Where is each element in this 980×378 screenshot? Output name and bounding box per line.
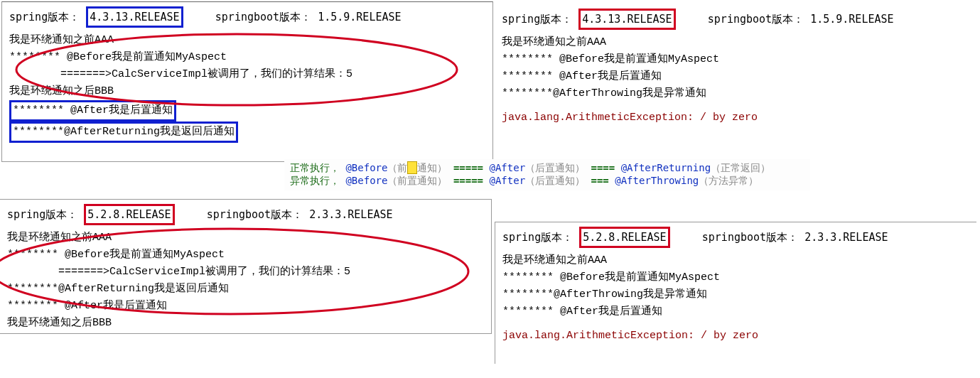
text-cursor-icon — [407, 161, 417, 174]
spring-label: spring版本： — [502, 13, 572, 26]
anno-before: @Before — [345, 162, 387, 173]
panel-spring4-exception: spring版本： 4.3.13.RELEASE springboot版本： 1… — [495, 4, 976, 145]
springboot-version: 2.3.3.RELEASE — [309, 208, 392, 221]
log-line: ********@AfterThrowing我是异常通知 — [502, 286, 969, 303]
header: spring版本： 5.2.8.RELEASE springboot版本： 2.… — [502, 227, 969, 248]
header: spring版本： 5.2.8.RELEASE springboot版本： 2.… — [7, 204, 484, 225]
spring-version: 4.3.13.RELEASE — [86, 6, 183, 28]
log-line: 我是环绕通知之前AAA — [7, 230, 484, 247]
springboot-label: springboot版本： — [708, 13, 804, 26]
log-line: ******** @After我是后置通知 — [502, 303, 969, 320]
panel-spring5-normal: spring版本： 5.2.8.RELEASE springboot版本： 2.… — [0, 199, 492, 334]
log-line: ******** @Before我是前置通知MyAspect — [502, 269, 969, 286]
summary-legend: 正常执行， @Before（前通知） ===== @After（后置通知） ==… — [284, 159, 810, 190]
header: spring版本： 4.3.13.RELEASE springboot版本： 1… — [9, 6, 485, 28]
log-line: 我是环绕通知之前AAA — [9, 32, 485, 49]
arrow: === — [591, 175, 609, 186]
springboot-version: 1.5.9.RELEASE — [318, 11, 401, 23]
arrow: ===== — [453, 175, 483, 186]
summary-normal: 正常执行， @Before（前通知） ===== @After（后置通知） ==… — [290, 162, 804, 175]
arrow: ===== — [453, 162, 483, 173]
log-line: ******** @Before我是前置通知MyAspect — [502, 51, 969, 68]
log-line: =======>CalcServiceImpl被调用了，我们的计算结果：5 — [7, 264, 484, 281]
log-line: ******** @After我是后置通知 — [9, 100, 485, 122]
log-line: ********@AfterReturning我是返回后通知 — [9, 122, 485, 143]
exception-line: java.lang.ArithmeticException: / by zero — [502, 328, 969, 345]
after-line: ******** @After我是后置通知 — [9, 100, 176, 122]
panel-spring5-exception: spring版本： 5.2.8.RELEASE springboot版本： 2.… — [495, 222, 976, 364]
anno-after: @After — [489, 175, 525, 186]
header: spring版本： 4.3.13.RELEASE springboot版本： 1… — [502, 9, 969, 30]
summary-label: 正常执行， — [290, 162, 340, 173]
panel-spring4-normal: spring版本： 4.3.13.RELEASE springboot版本： 1… — [1, 1, 493, 162]
arrow: ==== — [591, 162, 615, 173]
log-line: ********@AfterReturning我是返回后通知 — [7, 281, 484, 298]
summary-label: 异常执行， — [290, 175, 340, 186]
log-line: ******** @After我是后置通知 — [502, 68, 969, 85]
after-returning-line: ********@AfterReturning我是返回后通知 — [9, 122, 238, 143]
spring-version: 4.3.13.RELEASE — [578, 9, 675, 30]
summary-exception: 异常执行， @Before（前置通知） ===== @After（后置通知） =… — [290, 175, 804, 188]
spring-label: spring版本： — [502, 231, 573, 244]
springboot-label: springboot版本： — [207, 208, 303, 221]
log-line: 我是环绕通知之后BBB — [9, 83, 485, 100]
anno-after-throwing: @AfterThrowing — [615, 175, 699, 186]
anno-after-returning: @AfterReturning — [621, 162, 711, 173]
log-line: ******** @After我是后置通知 — [7, 298, 484, 315]
exception-line: java.lang.ArithmeticException: / by zero — [502, 109, 969, 126]
spring-label: spring版本： — [9, 11, 80, 23]
spring-version: 5.2.8.RELEASE — [84, 204, 174, 225]
spring-version: 5.2.8.RELEASE — [579, 227, 669, 248]
log-line: ******** @Before我是前置通知MyAspect — [9, 49, 485, 66]
log-line: ******** @Before我是前置通知MyAspect — [7, 247, 484, 264]
log-line: 我是环绕通知之前AAA — [502, 252, 969, 269]
log-line: ********@AfterThrowing我是异常通知 — [502, 85, 969, 102]
log-line: 我是环绕通知之后BBB — [7, 315, 484, 332]
springboot-version: 1.5.9.RELEASE — [810, 13, 893, 26]
springboot-label: springboot版本： — [702, 231, 798, 244]
anno-before: @Before — [345, 175, 387, 186]
spring-label: spring版本： — [7, 208, 77, 221]
anno-after: @After — [489, 162, 525, 173]
log-line: =======>CalcServiceImpl被调用了，我们的计算结果：5 — [9, 66, 485, 83]
log-line: 我是环绕通知之前AAA — [502, 34, 969, 51]
springboot-label: springboot版本： — [215, 11, 311, 23]
springboot-version: 2.3.3.RELEASE — [804, 231, 888, 244]
